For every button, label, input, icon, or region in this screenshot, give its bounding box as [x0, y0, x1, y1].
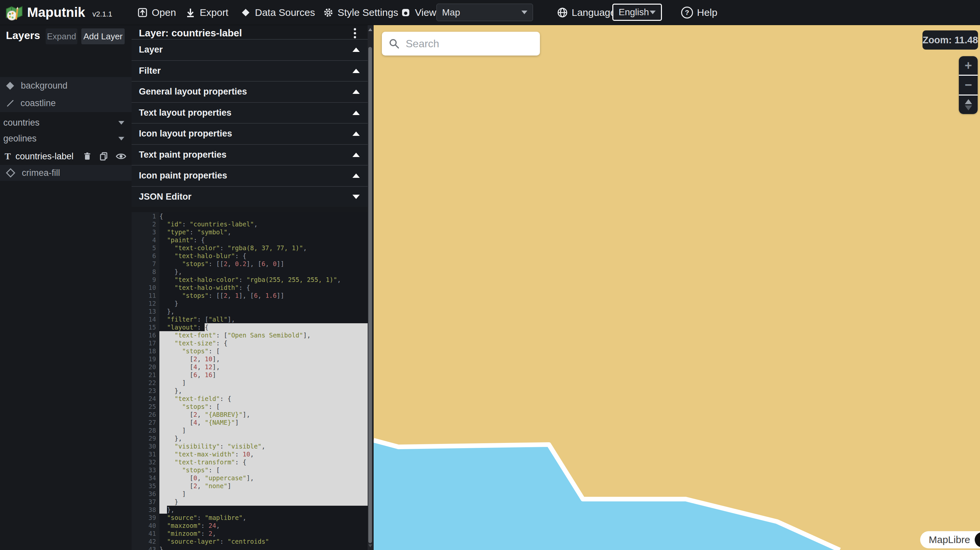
code-line-36[interactable]: ] [159, 490, 368, 498]
section-layer[interactable]: Layer [132, 39, 368, 60]
add-layer-button[interactable]: Add Layer [81, 29, 125, 44]
text-icon: T [5, 151, 11, 162]
info-icon[interactable]: i [975, 532, 980, 547]
menu-item-style-settings[interactable]: Style Settings [323, 0, 398, 25]
section-filter[interactable]: Filter [132, 60, 368, 81]
code-line-3[interactable]: "type": "symbol", [159, 228, 368, 236]
code-line-26[interactable]: [2, "{ABBREV}"], [159, 410, 368, 418]
code-line-35[interactable]: [2, "none"] [159, 482, 368, 490]
code-line-20[interactable]: [4, 12], [159, 363, 368, 371]
language-select[interactable]: English [612, 4, 662, 21]
menu-item-export[interactable]: Export [185, 0, 229, 25]
code-line-25[interactable]: "stops": [ [159, 402, 368, 410]
line-number: 18 [132, 347, 156, 355]
layer-group-geolines[interactable]: geolines [0, 130, 132, 146]
line-number: 2 [132, 220, 156, 228]
scroll-up-icon[interactable] [368, 28, 372, 31]
code-line-27[interactable]: [4, "{NAME}"] [159, 418, 368, 426]
line-number: 27 [132, 418, 156, 426]
code-line-13[interactable]: }, [159, 307, 368, 315]
code-line-30[interactable]: "visibility": "visible", [159, 442, 368, 450]
code-line-40[interactable]: "maxzoom": 24, [159, 521, 368, 529]
layer-item-crimea-fill[interactable]: crimea-fill [0, 165, 132, 181]
pitch-toggle-button[interactable] [959, 95, 978, 114]
code-line-18[interactable]: "stops": [ [159, 347, 368, 355]
json-editor[interactable]: 1234567891011121314151617181920212223242… [132, 212, 368, 550]
layer-item-countries-label[interactable]: Tcountries-label [0, 148, 132, 165]
layer-options-icon[interactable] [350, 28, 360, 39]
code-line-29[interactable]: }, [159, 434, 368, 442]
line-number: 7 [132, 260, 156, 268]
menu-item-data-sources[interactable]: Data Sources [240, 0, 315, 25]
code-line-9[interactable]: "text-halo-color": "rgba(255, 255, 255, … [159, 276, 368, 284]
layer-label: crimea-fill [22, 168, 60, 178]
code-line-33[interactable]: "stops": [ [159, 466, 368, 474]
section-icon-layout-properties[interactable]: Icon layout properties [132, 123, 368, 144]
section-text-paint-properties[interactable]: Text paint properties [132, 144, 368, 165]
code-line-5[interactable]: "text-color": "rgba(8, 37, 77, 1)", [159, 244, 368, 252]
zoom-in-button[interactable]: + [959, 56, 978, 75]
json-editor-code[interactable]: { "id": "countries-label", "type": "symb… [159, 212, 368, 550]
layer-group-countries[interactable]: countries [0, 115, 132, 130]
code-line-34[interactable]: [0, "uppercase"], [159, 474, 368, 482]
line-number: 42 [132, 537, 156, 545]
code-line-12[interactable]: } [159, 299, 368, 307]
code-line-19[interactable]: [2, 10], [159, 355, 368, 363]
map-search-input[interactable]: Search [382, 32, 540, 56]
code-line-31[interactable]: "text-max-width": 10, [159, 450, 368, 458]
delete-icon[interactable] [83, 152, 92, 161]
view-mode-select[interactable]: Map [436, 4, 533, 21]
code-line-42[interactable]: "source-layer": "centroids" [159, 537, 368, 545]
code-line-11[interactable]: "stops": [[2, 1], [6, 1.6]] [159, 291, 368, 299]
code-line-14[interactable]: "filter": ["all"], [159, 315, 368, 323]
code-line-37[interactable]: } [159, 498, 368, 506]
section-icon-paint-properties[interactable]: Icon paint properties [132, 165, 368, 186]
code-line-24[interactable]: "text-field": { [159, 395, 368, 402]
layer-item-coastline[interactable]: coastline [0, 95, 132, 112]
code-line-7[interactable]: "stops": [[2, 0.2], [6, 0]] [159, 260, 368, 268]
expand-button[interactable]: Expand [46, 29, 77, 44]
code-line-15[interactable]: "layout": { [159, 323, 368, 331]
code-line-21[interactable]: [6, 16] [159, 371, 368, 379]
code-line-41[interactable]: "minzoom": 2, [159, 529, 368, 537]
code-line-2[interactable]: "id": "countries-label", [159, 220, 368, 228]
line-number: 33 [132, 466, 156, 474]
scroll-down-icon[interactable] [368, 544, 372, 547]
code-line-23[interactable]: }, [159, 387, 368, 395]
editor-scrollbar[interactable] [368, 25, 373, 550]
code-line-22[interactable]: ] [159, 379, 368, 387]
code-line-28[interactable]: ] [159, 426, 368, 434]
chevron-down-icon[interactable] [118, 121, 124, 125]
section-json-editor[interactable]: JSON Editor [132, 186, 368, 207]
chevron-down-icon[interactable] [118, 137, 124, 140]
code-line-1[interactable]: { [159, 212, 368, 220]
line-number: 29 [132, 434, 156, 442]
code-line-16[interactable]: "text-font": ["Open Sans Semibold"], [159, 331, 368, 339]
code-line-43[interactable]: } [159, 545, 368, 550]
section-text-layout-properties[interactable]: Text layout properties [132, 102, 368, 123]
layer-item-background[interactable]: background [0, 77, 132, 95]
code-line-32[interactable]: "text-transform": { [159, 458, 368, 466]
visibility-icon[interactable] [116, 152, 126, 161]
line-number: 15 [132, 323, 156, 331]
maputnik-logo-icon [5, 4, 23, 21]
code-line-10[interactable]: "text-halo-width": { [159, 284, 368, 291]
duplicate-icon[interactable] [99, 152, 108, 161]
map-canvas[interactable]: Search Zoom: 11.48 + − MapLibre i [374, 25, 980, 550]
section-general-layout-properties[interactable]: General layout properties [132, 81, 368, 102]
zoom-out-button[interactable]: − [959, 76, 978, 94]
code-line-8[interactable]: }, [159, 268, 368, 276]
code-line-38[interactable]: }, [159, 506, 368, 513]
menu-item-open[interactable]: Open [137, 0, 176, 25]
menu-item-label: View [415, 7, 436, 18]
line-number: 5 [132, 244, 156, 252]
layers-sidebar: Layers Expand Add Layer backgroundcoastl… [0, 25, 132, 550]
code-line-4[interactable]: "paint": { [159, 236, 368, 244]
scrollbar-thumb[interactable] [368, 47, 372, 543]
code-line-6[interactable]: "text-halo-blur": { [159, 252, 368, 260]
help-menu-item[interactable]: ? Help [681, 0, 718, 25]
code-line-17[interactable]: "text-size": { [159, 339, 368, 347]
code-line-39[interactable]: "source": "maplibre", [159, 513, 368, 521]
line-number: 32 [132, 458, 156, 466]
line-number: 36 [132, 490, 156, 498]
